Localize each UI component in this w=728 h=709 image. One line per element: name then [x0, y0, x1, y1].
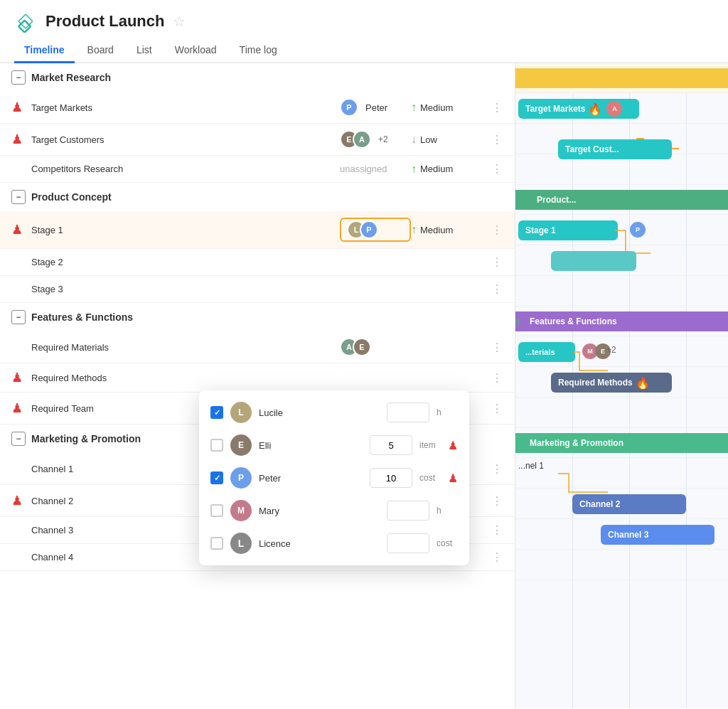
- priority-up-icon: ↑: [411, 163, 417, 176]
- dropdown-item-lucile: L Lucile h: [199, 396, 469, 429]
- more-button[interactable]: ⋮: [489, 223, 503, 237]
- gantt-row-features-header: Features & Functions: [515, 306, 728, 336]
- group-toggle[interactable]: −: [11, 70, 26, 85]
- person-icon: ♟: [11, 493, 23, 508]
- assignee-cell: A E: [340, 338, 411, 356]
- task-row: Stage 2 ⋮: [0, 249, 515, 276]
- group-title: Market Research: [31, 72, 111, 83]
- star-icon[interactable]: ☆: [173, 13, 186, 30]
- more-button[interactable]: ⋮: [489, 162, 503, 176]
- name-lucile: Lucile: [259, 407, 380, 418]
- task-name: Target Markets: [28, 102, 340, 113]
- gantt-row-channel4: [515, 550, 728, 580]
- gantt-bar-marketing: Marketing & Promotion: [515, 433, 728, 453]
- priority-label: Medium: [420, 225, 453, 235]
- tab-list[interactable]: List: [127, 38, 162, 63]
- name-licence: Licence: [259, 538, 380, 549]
- input-elli[interactable]: [370, 435, 412, 455]
- avatar: P: [340, 98, 358, 117]
- assignee-cell-orange[interactable]: L P: [340, 218, 411, 242]
- more-button[interactable]: ⋮: [489, 101, 503, 114]
- input-lucile[interactable]: [387, 403, 429, 422]
- input-mary[interactable]: [387, 501, 429, 521]
- tab-workload[interactable]: Workload: [165, 38, 227, 63]
- bar-label: ...terials: [525, 348, 555, 356]
- gantt-area: Target Markets 🔥 A Target Cust...: [515, 63, 728, 708]
- group-toggle[interactable]: −: [11, 190, 26, 204]
- more-button[interactable]: ⋮: [489, 462, 503, 476]
- gantt-row-required-team: [515, 398, 728, 428]
- person-icon: ♟: [11, 400, 23, 416]
- gantt-row-channel2: Channel 2: [515, 489, 728, 519]
- task-row: Required Materials A E ⋮: [0, 331, 515, 363]
- person-icon-peter: ♟: [448, 471, 458, 485]
- more-button[interactable]: ⋮: [489, 494, 503, 508]
- checkbox-lucile[interactable]: [210, 406, 223, 419]
- unit-elli: item: [419, 440, 441, 450]
- gantt-panel: Target Markets 🔥 A Target Cust...: [515, 63, 728, 708]
- person-icon: ♟: [11, 370, 23, 385]
- priority-label: Medium: [420, 164, 453, 174]
- gantt-row-stage1: Stage 1 P: [515, 215, 728, 245]
- more-button[interactable]: ⋮: [489, 255, 503, 269]
- checkbox-mary[interactable]: [210, 504, 223, 517]
- bar-label: Channel 2: [579, 499, 620, 509]
- tab-timeline[interactable]: Timeline: [14, 38, 75, 63]
- more-button[interactable]: ⋮: [489, 341, 503, 354]
- name-peter: Peter: [259, 473, 363, 484]
- input-licence[interactable]: [387, 533, 429, 553]
- group-title: Product Concept: [31, 191, 112, 203]
- triangle-left-icon[interactable]: [515, 316, 520, 326]
- name-elli: Elli: [259, 440, 363, 451]
- gantt-bar-features: Features & Functions: [515, 311, 728, 331]
- gantt-avatar-stage1: P: [630, 222, 646, 238]
- more-button[interactable]: ⋮: [489, 371, 503, 385]
- fire-icon: 🔥: [588, 102, 602, 116]
- tab-board[interactable]: Board: [77, 38, 124, 63]
- bar-label: Features & Functions: [523, 316, 617, 326]
- gantt-row-required-materials: ...terials M E +2: [515, 336, 728, 367]
- tab-timelog[interactable]: Time log: [230, 38, 287, 63]
- gantt-bar-product-concept: Product...: [515, 190, 728, 210]
- task-row: ♟ Target Customers E A +2 ↓ Low ⋮: [0, 124, 515, 156]
- more-button[interactable]: ⋮: [489, 523, 503, 537]
- checkbox-licence[interactable]: [210, 537, 223, 550]
- unassigned-label: unassigned: [340, 164, 387, 174]
- avatar: P: [360, 220, 378, 239]
- more-button[interactable]: ⋮: [489, 133, 503, 146]
- gantt-bar-market-research: [515, 68, 728, 88]
- task-row-required-methods: ♟ Required Methods ⋮: [0, 363, 515, 393]
- more-button[interactable]: ⋮: [489, 402, 503, 415]
- gantt-label-ch1: ...nel 1: [518, 461, 544, 471]
- gantt-bar-channel3: Channel 3: [601, 525, 714, 545]
- svg-rect-0: [18, 21, 31, 33]
- group-toggle[interactable]: −: [11, 310, 26, 324]
- bar-label: Target Markets: [525, 104, 585, 114]
- app-logo: [14, 10, 37, 33]
- unit-licence: cost: [437, 538, 458, 548]
- dropdown-item-elli: E Elli item ♟: [199, 429, 469, 462]
- bar-label: Stage 1: [525, 225, 556, 235]
- avatar-licence: L: [230, 533, 252, 554]
- gantt-row-market-research-header: [515, 63, 728, 93]
- assignee-dropdown: L Lucile h E Elli item ♟ P Peter cost: [199, 390, 469, 565]
- priority-cell: ↑ Medium: [411, 101, 489, 114]
- avatar-group: E A: [340, 130, 365, 149]
- more-button[interactable]: ⋮: [489, 550, 503, 564]
- priority-up-icon: ↑: [411, 223, 417, 236]
- task-name: Competitors Research: [28, 164, 340, 174]
- checkbox-elli[interactable]: [210, 439, 223, 452]
- avatar-elli: E: [230, 435, 252, 456]
- more-button[interactable]: ⋮: [489, 282, 503, 296]
- app-header: Product Launch ☆: [0, 0, 728, 33]
- assignee-name: Peter: [365, 102, 387, 113]
- bar-label: Marketing & Promotion: [523, 438, 623, 448]
- gantt-bar-stage1: Stage 1: [518, 220, 618, 240]
- avatar-peter: P: [230, 467, 252, 489]
- input-peter[interactable]: [370, 468, 412, 488]
- checkbox-peter[interactable]: [210, 471, 223, 484]
- group-toggle[interactable]: −: [11, 432, 26, 446]
- task-name: Stage 3: [28, 284, 340, 294]
- gantt-bar-stage2: [551, 251, 636, 271]
- avatar: A: [353, 130, 371, 149]
